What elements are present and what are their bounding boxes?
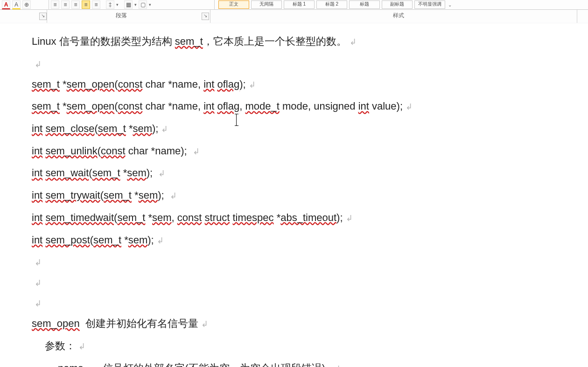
dropdown-icon[interactable]: ▾ [134, 2, 137, 7]
paragraph-mark-icon: ↲ [158, 169, 165, 178]
dropdown-icon[interactable]: ▾ [149, 2, 151, 7]
text-line[interactable]: 参数：↲ [45, 339, 579, 353]
paragraph-mark-icon: ↲ [334, 364, 341, 367]
ribbon-group-labels: ↘ 段落 ↘ 样式 [0, 10, 588, 23]
document-body[interactable]: Linux 信号量的数据类型为结构 sem_t，它本质上是一个长整型的数。↲ ↲… [32, 35, 579, 367]
paragraph-mark-icon: ↲ [249, 80, 256, 90]
paragraph-group-label: 段落 [116, 12, 127, 20]
paragraph-mark-icon: ↲ [35, 299, 42, 308]
paragraph-mark-icon: ↲ [35, 60, 42, 69]
blank-line[interactable]: ↲ [32, 276, 579, 288]
ribbon-paragraph-group-fragment: ≡ ≡ ≡ ≡ ≡ ‡ ▾ ▦ ▾ ▢ ▾ [49, 0, 214, 9]
document-page[interactable]: Linux 信号量的数据类型为结构 sem_t，它本质上是一个长整型的数。↲ ↲… [0, 23, 588, 367]
ribbon-font-group-fragment: A A ⊕ [0, 0, 49, 9]
font-color-icon[interactable]: A [2, 0, 10, 9]
code-line[interactable]: int sem_wait(sem_t *sem); ↲ [32, 166, 579, 180]
paragraph-mark-icon: ↲ [406, 102, 413, 111]
code-line[interactable]: int sem_timedwait(sem_t *sem, const stru… [32, 211, 579, 225]
style-chip[interactable]: 不明显强调 [414, 0, 445, 9]
text-cursor-icon [236, 114, 237, 126]
code-line[interactable]: int sem_close(sem_t *sem);↲ [32, 122, 579, 136]
paragraph-mark-icon: ↲ [350, 37, 357, 47]
style-chip[interactable]: 标题 1 [284, 0, 315, 9]
shading-icon[interactable]: ▦ [124, 0, 133, 9]
code-line[interactable]: int sem_post(sem_t *sem);↲ [32, 233, 579, 247]
border-icon[interactable]: ▢ [139, 0, 147, 9]
text-line[interactable]: sem_open 创建并初始化有名信号量↲ [32, 317, 579, 331]
line-spacing-icon[interactable]: ‡ [106, 0, 114, 9]
ribbon-row: A A ⊕ ≡ ≡ ≡ ≡ ≡ ‡ ▾ ▦ ▾ ▢ ▾ 正文无间隔标题 1标题 … [0, 0, 588, 10]
highlight-color-icon[interactable]: A [12, 0, 21, 9]
ribbon-styles-group-fragment: 正文无间隔标题 1标题 2标题副标题不明显强调 ⌄ [214, 0, 588, 9]
code-line[interactable]: int sem_unlink(const char *name); ↲ [32, 144, 579, 158]
paragraph-mark-icon: ↲ [157, 236, 164, 245]
blank-line[interactable]: ↲ [32, 255, 579, 267]
paragraph-mark-icon: ↲ [170, 191, 177, 201]
dropdown-icon[interactable]: ▾ [116, 2, 119, 7]
blank-line[interactable]: ↲ [32, 57, 579, 69]
font-group-launcher-icon[interactable]: ↘ [39, 13, 47, 20]
style-chip[interactable]: 正文 [218, 0, 249, 9]
style-chip[interactable]: 副标题 [382, 0, 413, 9]
align-right-icon[interactable]: ≡ [71, 0, 80, 9]
align-left-icon[interactable]: ≡ [51, 0, 59, 9]
paragraph-mark-icon: ↲ [161, 125, 168, 134]
paragraph-mark-icon: ↲ [201, 319, 208, 329]
paragraph-mark-icon: ↲ [193, 147, 200, 156]
param-line[interactable]: name 信号灯的外部名字(不能为空，为空会出现段错误) ↲ [58, 361, 579, 367]
paragraph-group-launcher-icon[interactable]: ↘ [202, 13, 209, 20]
styles-more-icon[interactable]: ⌄ [448, 2, 452, 7]
code-line[interactable]: sem_t *sem_open(const char *name, int of… [32, 99, 579, 113]
paragraph-mark-icon: ↲ [78, 342, 85, 351]
character-border-icon[interactable]: ⊕ [22, 0, 31, 9]
style-chip[interactable]: 标题 [349, 0, 380, 9]
code-line[interactable]: sem_t *sem_open(const char *name, int of… [32, 77, 579, 91]
style-chip[interactable]: 标题 2 [316, 0, 347, 9]
align-justify-icon[interactable]: ≡ [82, 0, 90, 9]
text-line[interactable]: Linux 信号量的数据类型为结构 sem_t，它本质上是一个长整型的数。↲ [32, 35, 579, 48]
paragraph-mark-icon: ↲ [35, 258, 42, 267]
paragraph-mark-icon: ↲ [346, 214, 353, 223]
code-line[interactable]: int sem_trywait(sem_t *sem); ↲ [32, 188, 579, 202]
align-center-icon[interactable]: ≡ [61, 0, 70, 9]
align-distribute-icon[interactable]: ≡ [92, 0, 100, 9]
paragraph-mark-icon: ↲ [35, 278, 42, 288]
styles-group-label: 样式 [393, 12, 404, 20]
blank-line[interactable]: ↲ [32, 296, 579, 308]
style-chip[interactable]: 无间隔 [251, 0, 282, 9]
